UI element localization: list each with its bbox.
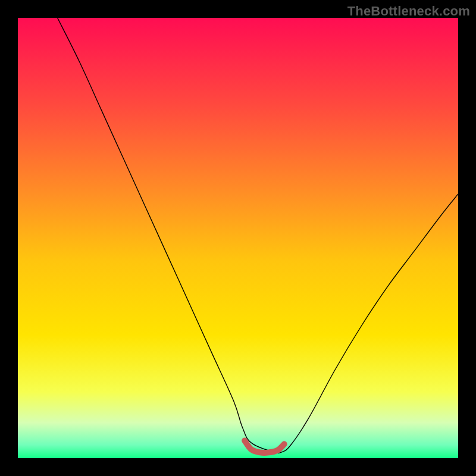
plot-svg — [18, 18, 458, 458]
plot-area — [18, 18, 458, 458]
gradient-background — [18, 18, 458, 458]
chart-stage: TheBottleneck.com — [0, 0, 476, 476]
watermark-label: TheBottleneck.com — [347, 4, 470, 19]
